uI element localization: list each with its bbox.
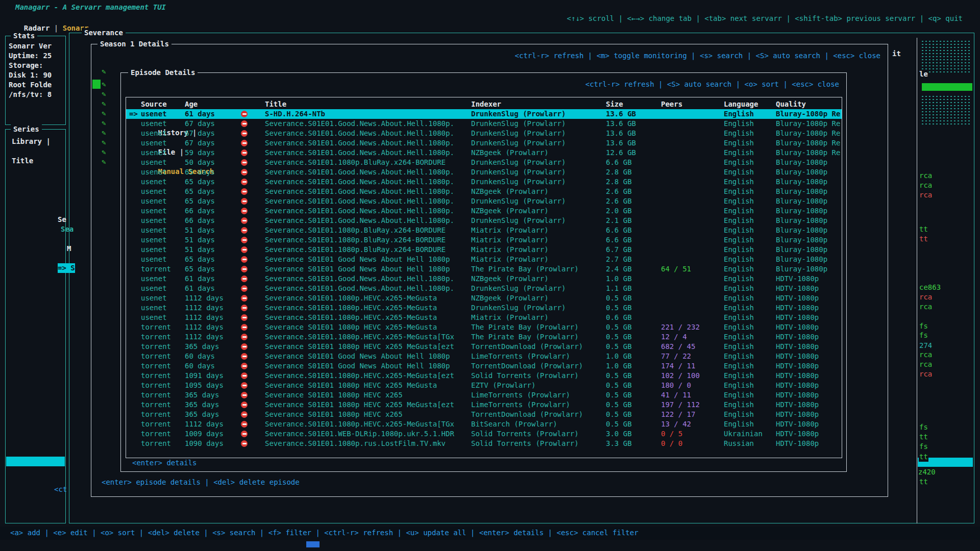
search-result-row[interactable]: torrent 1090 days Severance.S01E01.1080p… bbox=[126, 439, 842, 448]
search-result-row[interactable]: torrent 1095 days Severance S01E01 1080p… bbox=[126, 381, 842, 390]
search-result-row[interactable]: usenet 51 days Severance.S01E01.1080p.Bl… bbox=[126, 245, 842, 255]
search-result-row[interactable]: torrent 1112 days Severance.S01E01.1080p… bbox=[126, 332, 842, 342]
series-list-item[interactable]: Sons of bbox=[6, 350, 65, 360]
series-list-item[interactable]: DAN DA bbox=[6, 428, 65, 437]
search-result-row[interactable]: usenet 65 days Severance.S01E01.Good.New… bbox=[126, 167, 842, 177]
cell-peers: 197 / 112 bbox=[661, 400, 700, 410]
pencil-icon[interactable]: ✎ bbox=[102, 67, 106, 77]
series-list-item[interactable]: The Emp bbox=[6, 253, 65, 263]
pencil-icon[interactable]: ✎ bbox=[102, 138, 106, 147]
series-list-item[interactable]: Keijo!! bbox=[6, 272, 65, 282]
search-result-row[interactable]: usenet 1112 days Severance.S01E01.1080p.… bbox=[126, 313, 842, 322]
column-age[interactable]: Age bbox=[185, 99, 198, 109]
search-result-row[interactable]: torrent 365 days Severance S01E01 1080p … bbox=[126, 342, 842, 352]
series-list-item[interactable]: Mask Gi bbox=[6, 243, 65, 253]
series-list-item[interactable]: Flight bbox=[6, 321, 65, 331]
search-result-row[interactable]: usenet 50 days Severance.S01E01.1080p.Bl… bbox=[126, 158, 842, 167]
search-result-row[interactable]: torrent 1112 days Severance S01E01 1080p… bbox=[126, 322, 842, 332]
cell-size: 2.4 GB bbox=[606, 264, 632, 274]
series-list-item[interactable]: The Qwa bbox=[6, 185, 65, 195]
series-list-item[interactable]: Valkyri bbox=[6, 166, 65, 176]
series-list-item[interactable]: Paradis bbox=[6, 505, 65, 515]
pencil-icon[interactable]: ✎ bbox=[102, 157, 106, 167]
column-peers[interactable]: Peers bbox=[661, 99, 682, 109]
column-source[interactable]: Source bbox=[141, 99, 167, 109]
series-list-item[interactable]: Batwhee bbox=[6, 495, 65, 505]
series-list-item[interactable]: PEN15 bbox=[6, 379, 65, 389]
search-result-row[interactable]: torrent 365 days Severance S01E01 1080p … bbox=[126, 390, 842, 400]
series-list-item[interactable]: The Off bbox=[6, 389, 65, 398]
cell-release-title: S-HD.H.264-NTb bbox=[265, 109, 469, 119]
column-title[interactable]: Title bbox=[265, 99, 469, 109]
search-result-row[interactable]: usenet 65 days Severance.S01E01.Good.New… bbox=[126, 177, 842, 187]
search-result-row[interactable]: usenet 67 days Severance.S01E01.Good.New… bbox=[126, 138, 842, 148]
search-result-row[interactable]: torrent 60 days Severance S01E01 Good Ne… bbox=[126, 361, 842, 371]
pencil-icon[interactable]: ✎ bbox=[102, 128, 106, 138]
pencil-icon[interactable]: ✎ bbox=[102, 99, 106, 109]
search-result-row[interactable]: usenet 1112 days Severance.S01E01.1080p.… bbox=[126, 303, 842, 313]
cell-indexer: DrunkenSlug (Prowlarr) bbox=[471, 177, 604, 187]
cell-source: torrent bbox=[141, 400, 171, 410]
search-result-row[interactable]: usenet 65 days Severance.S01E01.Good.New… bbox=[126, 196, 842, 206]
series-list-item[interactable]: Washing bbox=[6, 360, 65, 369]
search-result-row[interactable]: torrent 365 days Severance S01E01 1080p … bbox=[126, 410, 842, 419]
series-list-item[interactable]: Tsunami bbox=[6, 302, 65, 311]
series-list-item[interactable]: The Tra bbox=[6, 408, 65, 418]
search-result-row[interactable]: usenet 51 days Severance.S01E01.1080p.Bl… bbox=[126, 226, 842, 235]
search-result-row[interactable]: torrent 65 days Severance S01E01 Good Ne… bbox=[126, 264, 842, 274]
series-list-item[interactable]: => Severan bbox=[6, 457, 65, 466]
search-result-row[interactable]: torrent 1091 days Severance.S01E01.1080p… bbox=[126, 371, 842, 381]
series-list-item[interactable]: High Sc bbox=[6, 224, 65, 234]
series-detail-field-label: Statu bbox=[71, 80, 91, 90]
search-result-row[interactable]: usenet 1112 days Severance.S01E01.1080p.… bbox=[126, 293, 842, 303]
series-list-item[interactable]: The Gri bbox=[6, 282, 65, 292]
series-list-item[interactable]: The Nig bbox=[6, 447, 65, 457]
search-result-row[interactable]: usenet 61 days Severance.S01E01.Good.New… bbox=[126, 284, 842, 293]
series-list-item[interactable]: The Way bbox=[6, 205, 65, 214]
series-list-item[interactable]: Homeste bbox=[6, 340, 65, 350]
series-list-item[interactable]: Mad Men bbox=[6, 311, 65, 321]
column-size[interactable]: Size bbox=[606, 99, 623, 109]
cell-language: English bbox=[724, 148, 754, 158]
pencil-icon[interactable]: ✎ bbox=[102, 118, 106, 128]
search-result-row[interactable]: usenet 61 days Severance.S01E01.Good.New… bbox=[126, 274, 842, 284]
series-list-item[interactable]: Sirens bbox=[6, 331, 65, 340]
column-language[interactable]: Language bbox=[724, 99, 758, 109]
series-list-item[interactable]: Chillin bbox=[6, 195, 65, 205]
obscured-text-fragment: rca bbox=[919, 369, 933, 379]
search-result-row[interactable]: => usenet 61 days S-HD.H.264-NTb Drunken… bbox=[126, 109, 842, 119]
column-quality[interactable]: Quality bbox=[776, 99, 841, 109]
search-result-row[interactable]: usenet 66 days Severance.S01E01.Good.New… bbox=[126, 206, 842, 216]
cell-indexer: NZBgeek (Prowlarr) bbox=[471, 187, 604, 196]
series-list-item[interactable]: Hunter bbox=[6, 214, 65, 224]
search-result-row[interactable]: torrent 1112 days Severance.S01E01.1080p… bbox=[126, 419, 842, 429]
series-list-item[interactable]: Little bbox=[6, 234, 65, 243]
search-result-row[interactable]: usenet 51 days Severance.S01E01.1080p.Bl… bbox=[126, 235, 842, 245]
poster-art-dots-top bbox=[921, 40, 972, 72]
pencil-icon[interactable]: ✎ bbox=[102, 147, 106, 157]
search-result-row[interactable]: usenet 65 days Severance S01E01 Good New… bbox=[126, 255, 842, 264]
search-result-row[interactable]: usenet 67 days Severance.S01E01.Good.New… bbox=[126, 119, 842, 129]
rejected-icon bbox=[241, 343, 248, 350]
search-result-row[interactable]: usenet 67 days Severance.S01E01.Good.New… bbox=[126, 129, 842, 138]
column-indexer[interactable]: Indexer bbox=[471, 99, 604, 109]
pencil-icon[interactable]: ✎ bbox=[102, 89, 106, 99]
series-list-item[interactable]: Netflix bbox=[6, 437, 65, 447]
cell-indexer: LimeTorrents (Prowlarr) bbox=[471, 352, 604, 361]
search-result-row[interactable]: usenet 66 days Severance.S01E01.Good.New… bbox=[126, 216, 842, 226]
search-result-row[interactable]: torrent 1009 days Severance.S01E01.WEB-D… bbox=[126, 429, 842, 439]
search-result-row[interactable]: usenet 65 days Severance.S01E01.Good.New… bbox=[126, 187, 842, 196]
library-tab[interactable]: Library | bbox=[12, 137, 51, 146]
pencil-icon[interactable]: ✎ bbox=[102, 80, 106, 89]
series-list-item[interactable]: Yosuga bbox=[6, 176, 65, 185]
series-list-item[interactable]: The Emp bbox=[6, 263, 65, 272]
series-list-item[interactable]: The Nan bbox=[6, 418, 65, 428]
search-result-row[interactable]: torrent 60 days Severance S01E01 Good Ne… bbox=[126, 352, 842, 361]
search-result-row[interactable]: torrent 365 days Severance S01E01 1080p … bbox=[126, 400, 842, 410]
series-list-item[interactable]: Marvel' bbox=[6, 466, 65, 476]
series-list-item[interactable]: It's Al bbox=[6, 398, 65, 408]
series-list-item[interactable]: The Rev bbox=[6, 369, 65, 379]
search-result-row[interactable]: usenet 59 days Severance.S01E01.Good.New… bbox=[126, 148, 842, 158]
series-list-item[interactable]: Overflo bbox=[6, 292, 65, 302]
pencil-icon[interactable]: ✎ bbox=[102, 109, 106, 118]
